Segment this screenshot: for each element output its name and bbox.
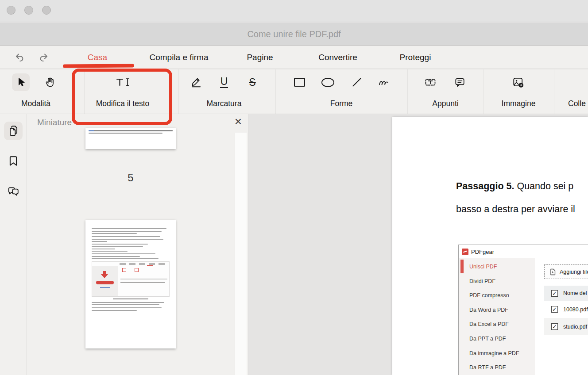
sidebar-thumbnails-button[interactable] [4, 122, 23, 140]
rectangle-shape-button[interactable] [290, 73, 308, 91]
cursor-icon [15, 77, 27, 88]
file-name: studio.pdf [563, 324, 587, 330]
rectangle-icon [294, 78, 305, 87]
mini-row-line [120, 282, 165, 283]
checkbox-icon [551, 290, 558, 297]
document-title: Come unire file PDF.pdf [247, 29, 340, 39]
file-name: 10080.pdf [563, 306, 588, 313]
mini-link-line [100, 287, 110, 288]
placeholder-line [92, 233, 137, 234]
add-image-button[interactable] [509, 73, 527, 91]
divider [407, 69, 408, 114]
placeholder-line [92, 244, 148, 245]
mini-divider [120, 279, 167, 279]
group-label-collega: Colle [568, 99, 586, 108]
file-row: studio.pdf [544, 318, 588, 335]
line-shape-button[interactable] [348, 73, 366, 91]
placeholder-line [92, 236, 160, 237]
strikethrough-glyph: S [249, 77, 255, 88]
mini-pdf-icon [122, 268, 126, 272]
comment-button[interactable] [451, 73, 468, 91]
thumbnail-paragraph [92, 244, 170, 254]
screenshot-menu-da-excel: Da Excel a PDF [459, 317, 535, 332]
strikethrough-tool-button[interactable]: S [244, 73, 261, 91]
placeholder-line [92, 246, 143, 247]
underline-tool-button[interactable]: U [215, 73, 233, 91]
placeholder-line [92, 302, 164, 303]
placeholder-line [92, 258, 159, 259]
line-icon [352, 78, 361, 87]
text-box-button[interactable] [422, 73, 439, 91]
screenshot-menu-dividi-pdf: Dividi PDF [459, 274, 535, 289]
pdfgear-logo-icon [462, 249, 468, 255]
thumbnail-paragraph [92, 307, 170, 310]
screenshot-menu-unisci-pdf: Unisci PDF [459, 260, 535, 274]
add-file-label: Aggiungi file [560, 269, 588, 275]
active-item-indicator [460, 260, 464, 273]
thumbnail-paragraph [92, 256, 170, 259]
fullscreen-window-button[interactable] [42, 6, 51, 15]
page-thumbnail-6[interactable] [85, 220, 176, 348]
thumbnail-caption [113, 298, 148, 299]
divider [554, 69, 554, 114]
undo-button[interactable] [14, 52, 26, 64]
minimize-window-button[interactable] [24, 6, 33, 15]
window-titlebar [0, 0, 588, 22]
tab-compila-e-firma[interactable]: Compila e firma [149, 46, 208, 69]
close-panel-button[interactable]: × [232, 114, 245, 129]
thumbnail-screenshot [92, 261, 170, 297]
sidebar-bookmarks-button[interactable] [4, 152, 23, 170]
thumbnail-paragraph [92, 228, 170, 234]
group-label-forme: Forme [330, 99, 353, 108]
underline-glyph: U [220, 77, 228, 88]
placeholder-line [92, 249, 115, 249]
mini-tab-strip [120, 263, 168, 265]
group-label-modalita: Modalità [21, 99, 50, 108]
tab-convertire[interactable]: Convertire [318, 46, 357, 69]
file-list-header: Nome del file [544, 286, 588, 301]
divider [275, 69, 276, 114]
mini-download-arrow [101, 274, 108, 278]
pdf-page: Passaggio 5. Quando sei p basso a destra… [392, 117, 588, 375]
screenshot-sidebar: Unisci PDF Dividi PDF PDF compresso Da W… [459, 258, 535, 375]
placeholder-line [92, 251, 128, 252]
modifica-il-testo-red-box-annotation [72, 69, 172, 125]
placeholder-line [92, 304, 159, 305]
screenshot-menu-pdf-compresso: PDF compresso [459, 288, 535, 303]
panel-scrollbar[interactable] [235, 133, 247, 375]
freehand-shape-button[interactable] [375, 73, 393, 91]
screenshot-app-name: PDFgear [471, 249, 494, 255]
mini-active-tab [147, 265, 153, 266]
placeholder-line [92, 307, 162, 308]
placeholder-line [92, 253, 155, 254]
screenshot-menu-da-immagine: Da immagine a PDF [459, 346, 535, 361]
file-row: 10080.pdf [544, 301, 588, 318]
pdf-paragraph: Passaggio 5. Quando sei p [456, 181, 573, 192]
screenshot-file-list: Nome del file 10080.pdf studio.pdf [544, 286, 588, 335]
placeholder-line [92, 241, 107, 242]
embedded-screenshot: PDFgear Unisci PDF Dividi PDF PDF compre… [458, 245, 588, 375]
redo-icon [38, 52, 49, 64]
hand-tool-button[interactable] [41, 73, 59, 91]
checkbox-icon [551, 306, 558, 313]
chat-bubbles-icon [7, 186, 19, 197]
select-tool-button[interactable] [12, 73, 30, 91]
bookmark-icon [8, 155, 19, 167]
redo-button[interactable] [38, 52, 49, 64]
app-window: Come unire file PDF.pdf Casa Compila e f… [0, 0, 588, 375]
image-add-icon [512, 76, 524, 88]
ellipse-shape-button[interactable] [319, 73, 337, 91]
tab-pagine[interactable]: Pagine [247, 46, 273, 69]
undo-icon [14, 52, 26, 64]
pdf-step-label: Passaggio 5. [456, 181, 514, 191]
tab-proteggi[interactable]: Proteggi [400, 46, 431, 69]
mini-red-button [96, 281, 114, 284]
close-window-button[interactable] [7, 6, 15, 15]
placeholder-line [92, 239, 163, 240]
highlight-pen-button[interactable] [187, 73, 205, 91]
sidebar-comments-button[interactable] [4, 182, 23, 201]
checkbox-icon [551, 323, 558, 330]
screenshot-menu-da-word: Da Word a PDF [459, 303, 535, 318]
file-list-header-label: Nome del file [563, 290, 588, 296]
page-thumbnail-5[interactable] [85, 128, 176, 149]
